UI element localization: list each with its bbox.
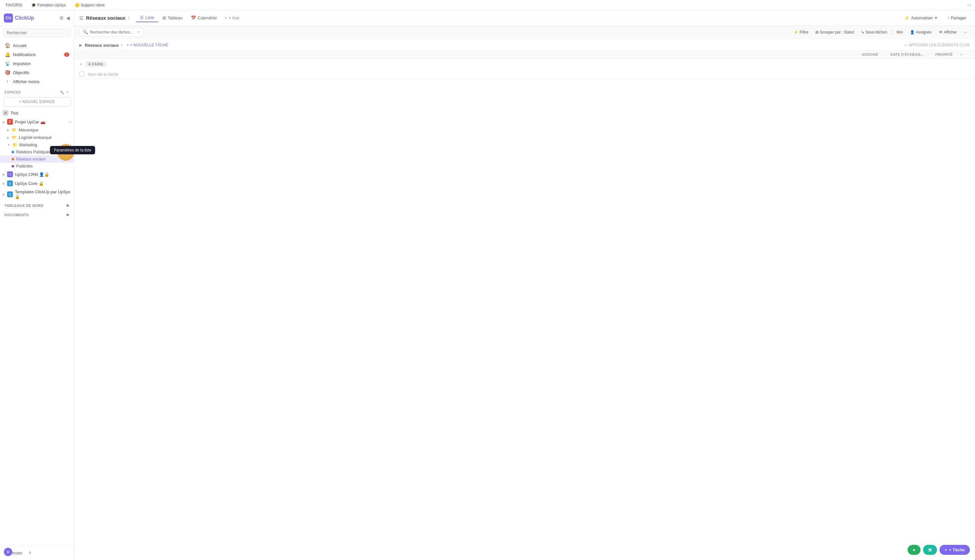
dot-relations	[12, 151, 14, 153]
show-closed-button[interactable]: ✓ AFFICHER LES ÉLÉMENTS CLOS	[904, 43, 970, 47]
section-toggle-icon[interactable]: ▶	[79, 43, 82, 47]
automatiser-label: Automatiser	[911, 16, 933, 20]
sidebar-item-objectifs[interactable]: 🎯 Objectifs	[2, 68, 72, 77]
expand-crm-icon: ▶	[3, 173, 5, 176]
partager-label: Partager	[951, 16, 966, 20]
upcar-label: Projet UpCar 🚗	[15, 120, 45, 124]
sidebar-item-notifications[interactable]: 🔔 Notifications 1	[2, 50, 72, 59]
sidebar-item-templates[interactable]: ▶ U Templates ClickUp par UpSys 🔒	[0, 188, 74, 201]
page-title: Réseaux sociaux	[86, 15, 125, 21]
grouper-button[interactable]: ⊞ Grouper par : Statut	[813, 29, 856, 36]
add-upcar-icon[interactable]: +	[69, 120, 71, 124]
task-name-placeholder[interactable]: Nom de la tâche	[88, 72, 863, 77]
sidebar-item-upsys-core[interactable]: ▶ U UpSys Core 🔒	[0, 179, 74, 188]
tab-calendrier[interactable]: 📅 Calendrier	[187, 14, 221, 22]
formation-emoji: 🎓	[31, 3, 36, 7]
sidebar-list-publicites[interactable]: Publicités	[0, 163, 74, 170]
user-avatar[interactable]: U	[4, 548, 12, 556]
new-space-button[interactable]: + NOUVEL ESPACE	[3, 97, 71, 106]
tab-tableau[interactable]: ⊞ Tableau	[159, 14, 186, 22]
core-label: UpSys Core 🔒	[15, 181, 44, 186]
automatiser-button[interactable]: ⚡ Automatiser ▼	[901, 13, 941, 22]
mecanique-label: Mécanique	[19, 128, 38, 132]
pulse-icon: 📡	[5, 61, 10, 66]
templates-label: Templates ClickUp par UpSys 🔒	[15, 190, 71, 199]
table-header: ASSIGNÉ DATE D'ÉCHÉAN... PRIORITÉ +	[74, 50, 975, 58]
bottom-actions: ● ⊞ + + Tâche	[908, 545, 970, 555]
partager-icon: ↑	[947, 16, 949, 20]
btn-tache[interactable]: + + Tâche	[940, 545, 970, 555]
sidebar-item-label: Notifications	[13, 52, 36, 57]
sous-taches-button[interactable]: ↳ Sous-tâches	[858, 29, 890, 36]
sous-taches-label: Sous-tâches	[866, 30, 887, 35]
toolbar-separator	[892, 29, 892, 35]
new-task-button[interactable]: + + NOUVELLE TÂCHE	[125, 42, 170, 48]
more-options-button[interactable]: ···	[962, 29, 970, 36]
sidebar-item-upsys-crm[interactable]: ▶ U UpSys CRM 👤🔒	[0, 170, 74, 179]
sidebar-item-afficher-moins[interactable]: ↑ Afficher moins	[2, 77, 72, 86]
support-tab[interactable]: 🟡 Support client	[73, 2, 107, 9]
status-group-header[interactable]: ▼ À FAIRE	[74, 58, 975, 70]
col-priority-header: PRIORITÉ	[928, 53, 960, 57]
tab-liste[interactable]: ☰ Liste	[136, 13, 158, 22]
search-spaces-icon[interactable]: 🔍	[60, 90, 64, 94]
formation-tab[interactable]: 🎓 Fomation UpSys	[29, 2, 68, 9]
sidebar-item-impulsion[interactable]: 📡 Impulsion	[2, 59, 72, 68]
crm-label: UpSys CRM 👤🔒	[15, 172, 49, 177]
dot-reseaux	[12, 158, 14, 160]
search-dropdown-icon[interactable]: ▼	[137, 30, 140, 34]
col-date-header: DATE D'ÉCHÉAN...	[886, 53, 928, 57]
automatiser-icon: ⚡	[904, 15, 910, 20]
sidebar-nav: 🏠 Accueil 🔔 Notifications 1 📡 Impulsion …	[0, 40, 74, 87]
col-add-header[interactable]: +	[960, 53, 970, 57]
btn-teal[interactable]: ⊞	[923, 545, 937, 555]
notification-badge: 1	[64, 53, 69, 57]
content-header: ☰ Réseaux sociaux ℹ ☰ Liste ⊞ Tableau 📅 …	[74, 10, 975, 26]
sidebar-item-tout[interactable]: ⊞ Tout	[0, 108, 74, 117]
table-row[interactable]: Nom de la tâche	[74, 70, 975, 79]
search-icon: 🔍	[83, 30, 88, 35]
sidebar-folder-mecanique[interactable]: ▶ 📁 Mécanique	[0, 126, 74, 134]
help-button[interactable]: ?	[27, 550, 33, 557]
expand-spaces-icon[interactable]: ▼	[66, 90, 69, 94]
section-info-icon: ℹ	[121, 43, 122, 47]
moi-button[interactable]: Moi	[894, 29, 905, 36]
partager-button[interactable]: ↑ Partager	[944, 14, 970, 22]
add-view-button[interactable]: + + Vue	[222, 14, 242, 22]
filter-button[interactable]: ⚡ Filtre	[791, 29, 811, 36]
toolbar: 🔍 ▼ ⚡ Filtre ⊞ Grouper par : Statut ↳ So…	[74, 26, 975, 39]
task-checkbox[interactable]	[79, 72, 85, 77]
checkmark-icon: ✓	[904, 43, 907, 47]
sidebar-header-icons: ⚙ ◀	[59, 15, 70, 21]
home-icon: 🏠	[5, 43, 10, 48]
collapse-nav-icon: ↑	[5, 79, 10, 84]
plus-view-icon: +	[225, 15, 227, 20]
toolbar-right: ⚡ Filtre ⊞ Grouper par : Statut ↳ Sous-t…	[791, 29, 970, 36]
search-input[interactable]	[3, 29, 71, 37]
assignes-button[interactable]: 👤 Assignés	[907, 29, 934, 36]
plus-task-icon: +	[127, 43, 129, 47]
upcar-actions: +	[69, 120, 71, 124]
invite-label: Inviter	[12, 551, 23, 555]
liste-tab-icon: ☰	[140, 15, 144, 20]
filter-label: Filtre	[800, 30, 808, 35]
btn-green[interactable]: ●	[908, 545, 920, 555]
documents-section[interactable]: DOCUMENTS ▶	[0, 210, 74, 220]
logo[interactable]: CU ClickUp	[4, 13, 34, 23]
help-icon: ?	[29, 551, 31, 555]
filter-icon: ⚡	[793, 30, 798, 35]
sidebar-item-projet-upcar[interactable]: ▶ P Projet UpCar 🚗 +	[0, 117, 74, 126]
orange-circle-button[interactable]: +	[57, 144, 74, 161]
search-input-tasks[interactable]	[90, 30, 135, 35]
favoris-tab[interactable]: FAVORIS	[4, 2, 24, 9]
reseaux-label: Réseaux sociaux	[16, 157, 45, 162]
settings-icon[interactable]: ⚙	[59, 15, 63, 21]
tout-icon: ⊞	[3, 110, 8, 116]
expand-mecanique-icon: ▶	[7, 128, 10, 132]
collapse-icon[interactable]: ◀	[66, 15, 70, 21]
crm-space-icon: U	[7, 172, 13, 177]
sidebar-item-accueil[interactable]: 🏠 Accueil	[2, 41, 72, 50]
sidebar-folder-logiciel[interactable]: ▶ 📁 Logiciel embarqué	[0, 134, 74, 141]
afficher-button[interactable]: 👁 Afficher	[936, 29, 960, 36]
tableaux-section[interactable]: TABLEAUX DE BORD ▶	[0, 201, 74, 210]
